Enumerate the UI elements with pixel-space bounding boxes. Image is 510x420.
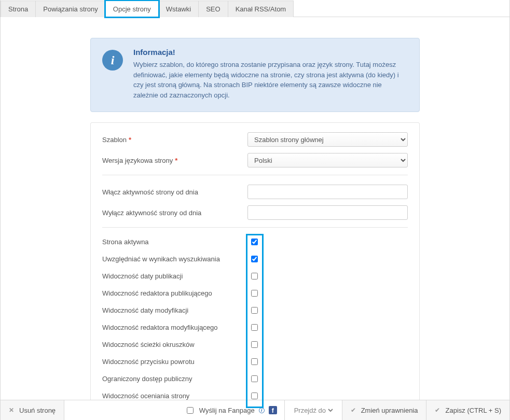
cb-row-4: Widoczność daty modyfikacji [102, 305, 408, 315]
cb-4[interactable] [251, 307, 258, 314]
form-box: Szablon* Szablon strony głównej Wersja j… [90, 122, 420, 416]
label-lang: Wersja językowa strony* [102, 157, 247, 164]
cb-cell [247, 288, 261, 298]
cb-label-2: Widoczność daty publikacji [102, 272, 247, 280]
cb-row-1: Uwzględniać w wynikach wyszukiwania [102, 254, 408, 264]
cb-3[interactable] [251, 290, 258, 297]
label-deactivate-from: Wyłącz aktywność strony od dnia [102, 209, 247, 217]
tab-powiazania[interactable]: Powiązania strony [35, 1, 106, 17]
tab-rss[interactable]: Kanał RSS/Atom [228, 1, 294, 17]
info-icon[interactable]: i [259, 408, 265, 413]
cb-cell [247, 254, 261, 264]
cb-label-9: Widoczność oceniania strony [102, 392, 247, 400]
info-icon: i [102, 50, 123, 71]
panel: i Informacja! Wybierz szablon, do któreg… [90, 38, 420, 416]
cb-cell [247, 271, 261, 281]
goto-group[interactable]: Przejdź do [285, 400, 342, 420]
input-deactivate-from[interactable] [247, 205, 408, 220]
delete-page-label: Usuń stronę [19, 407, 56, 414]
cb-row-7: Widoczność przycisku powrotu [102, 357, 408, 367]
cb-row-2: Widoczność daty publikacji [102, 271, 408, 281]
cb-2[interactable] [251, 273, 258, 279]
cb-label-1: Uwzględniać w wynikach wyszukiwania [102, 255, 247, 263]
cb-row-5: Widoczność redaktora modyfikującego [102, 323, 408, 332]
row-lang: Wersja językowa strony* Polski [102, 153, 408, 167]
cb-1[interactable] [251, 256, 258, 262]
tab-seo[interactable]: SEO [198, 1, 228, 17]
info-box: i Informacja! Wybierz szablon, do któreg… [90, 38, 420, 112]
change-perms-label: Zmień uprawnienia [361, 407, 418, 414]
row-activate-from: Włącz aktywność strony od dnia [102, 185, 408, 199]
cb-label-6: Widoczność ścieżki okruszków [102, 341, 247, 348]
info-text: Wybierz szablon, do którego strona zosta… [133, 60, 408, 100]
change-perms-button[interactable]: ✔ Zmień uprawnienia [342, 400, 427, 420]
cb-row-0: Strona aktywna [102, 237, 408, 247]
fanpage-label: Wyślij na Fanpage [199, 407, 255, 414]
cb-cell [247, 323, 261, 332]
page-root: Strona Powiązania strony Opcje strony Ws… [0, 0, 510, 420]
save-label: Zapisz (CTRL + S) [445, 407, 501, 414]
footer-spacer [64, 400, 177, 420]
row-template: Szablon* Szablon strony głównej [102, 132, 408, 147]
check-icon: ✔ [351, 407, 356, 414]
divider-1 [102, 175, 408, 175]
label-activate-from: Włącz aktywność strony od dnia [102, 188, 247, 196]
info-body: Informacja! Wybierz szablon, do którego … [133, 48, 408, 100]
info-title: Informacja! [133, 48, 408, 57]
row-deactivate-from: Wyłącz aktywność strony od dnia [102, 205, 408, 220]
goto-select[interactable]: Przejdź do [292, 406, 335, 415]
cb-highlight-region [247, 237, 261, 247]
content-area: i Informacja! Wybierz szablon, do któreg… [1, 17, 509, 420]
cb-label-8: Ograniczony dostęp publiczny [102, 375, 247, 383]
cb-label-3: Widoczność redaktora publikującego [102, 289, 247, 297]
cb-row-8: Ograniczony dostęp publiczny [102, 374, 408, 384]
fanpage-group: Wyślij na Fanpage i f [177, 400, 285, 420]
check-icon: ✔ [435, 407, 440, 414]
tab-wstawki[interactable]: Wstawki [158, 1, 199, 17]
cb-label-4: Widoczność daty modyfikacji [102, 306, 247, 314]
cb-cell [247, 374, 261, 384]
fanpage-checkbox[interactable] [187, 407, 194, 414]
tab-strona[interactable]: Strona [1, 1, 36, 17]
select-template[interactable]: Szablon strony głównej [247, 132, 408, 147]
facebook-icon: f [269, 406, 277, 414]
cb-row-3: Widoczność redaktora publikującego [102, 288, 408, 298]
tab-opcje-strony[interactable]: Opcje strony [105, 1, 159, 17]
divider-2 [102, 227, 408, 228]
cb-cell [247, 357, 261, 367]
cb-cell [247, 305, 261, 315]
input-activate-from[interactable] [247, 185, 408, 199]
save-button[interactable]: ✔ Zapisz (CTRL + S) [426, 400, 509, 420]
cb-label-7: Widoczność przycisku powrotu [102, 358, 247, 366]
select-lang[interactable]: Polski [247, 153, 408, 167]
cb-6[interactable] [251, 341, 258, 348]
cb-8[interactable] [251, 375, 258, 382]
cb-7[interactable] [251, 358, 258, 365]
footer-bar: ✕ Usuń stronę Wyślij na Fanpage i f Prze… [1, 400, 509, 420]
cb-label-0: Strona aktywna [102, 238, 247, 246]
cb-row-6: Widoczność ścieżki okruszków [102, 340, 408, 349]
cb-label-5: Widoczność redaktora modyfikującego [102, 324, 247, 331]
cb-0[interactable] [251, 239, 258, 245]
close-icon: ✕ [9, 407, 14, 414]
cb-cell [247, 340, 261, 349]
cb-5[interactable] [251, 324, 258, 331]
tabs-bar: Strona Powiązania strony Opcje strony Ws… [1, 0, 509, 17]
delete-page-button[interactable]: ✕ Usuń stronę [1, 400, 64, 420]
cb-9[interactable] [251, 393, 258, 399]
label-template: Szablon* [102, 136, 247, 144]
